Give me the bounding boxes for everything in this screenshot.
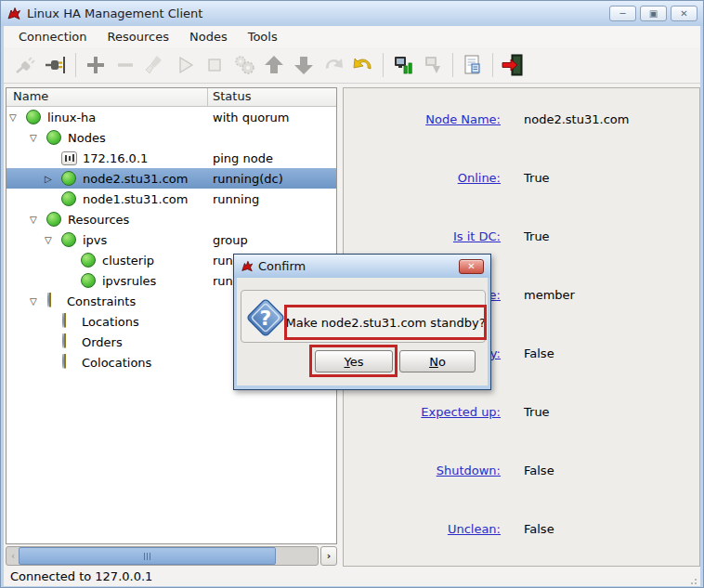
online-link[interactable]: Online: bbox=[344, 171, 501, 189]
scrollbar-track[interactable]: ‹ bbox=[6, 546, 319, 566]
tree-row-label: 172.16.0.1 bbox=[83, 151, 148, 165]
dialog-body: ? Make node2.stu31.com standby? Yes No bbox=[237, 278, 488, 385]
scroll-right-button[interactable]: › bbox=[320, 546, 337, 566]
expander-closed-icon[interactable] bbox=[45, 174, 61, 184]
close-button[interactable]: ✕ bbox=[671, 6, 697, 21]
online-value: True bbox=[524, 171, 550, 189]
activate-button bbox=[418, 51, 448, 79]
ping-node-icon bbox=[61, 151, 77, 165]
svg-text:?: ? bbox=[260, 307, 272, 330]
tree-row-status: ping node bbox=[208, 151, 273, 165]
dialog-close-button[interactable]: ✕ bbox=[459, 259, 484, 274]
tree-row-linux-ha[interactable]: linux-ha with quorum bbox=[7, 107, 336, 127]
stop-icon bbox=[202, 53, 227, 77]
move-down-button bbox=[289, 51, 319, 79]
scroll-left-arrow-icon[interactable]: ‹ bbox=[7, 547, 20, 565]
window-title: Linux HA Management Client bbox=[27, 7, 606, 20]
standby-icon bbox=[391, 53, 415, 77]
arrow-up-icon bbox=[262, 53, 286, 77]
scrollbar-grip-icon bbox=[144, 553, 150, 560]
tree-row-label: ipvsrules bbox=[102, 274, 156, 288]
toolbar-separator bbox=[75, 53, 76, 77]
tree-row-label: Orders bbox=[82, 335, 123, 349]
detail-field: Expected up:True bbox=[344, 405, 699, 424]
menu-connection[interactable]: Connection bbox=[11, 27, 95, 46]
maximize-button[interactable]: ▣ bbox=[640, 6, 667, 21]
toolbar-separator bbox=[452, 53, 453, 77]
statusbar: Connected to 127.0.0.1 bbox=[4, 568, 700, 586]
heartbeat-logo-icon bbox=[241, 260, 254, 273]
view-document-button[interactable] bbox=[458, 51, 488, 79]
green-status-icon bbox=[61, 171, 76, 186]
detail-field: Shutdown:False bbox=[344, 464, 699, 482]
green-status-icon bbox=[26, 110, 41, 124]
expander-open-icon[interactable] bbox=[30, 296, 46, 307]
lightbulb-icon bbox=[62, 313, 74, 330]
detail-field: Node Name:node2.stu31.com bbox=[344, 112, 699, 131]
expander-open-icon[interactable] bbox=[45, 235, 61, 245]
expander-open-icon[interactable] bbox=[30, 215, 46, 225]
no-button-label: No bbox=[429, 355, 446, 369]
tree-row-label: Colocations bbox=[82, 356, 151, 370]
type-value: member bbox=[524, 288, 575, 307]
titlebar[interactable]: Linux HA Management Client ─ ▣ ✕ bbox=[1, 1, 703, 26]
arrow-down-icon bbox=[292, 53, 316, 77]
connect-button[interactable] bbox=[41, 51, 71, 79]
standby-button[interactable] bbox=[388, 51, 418, 79]
dialog-titlebar[interactable]: Confirm ✕ bbox=[234, 255, 490, 278]
green-status-icon bbox=[46, 212, 61, 227]
minus-icon bbox=[113, 53, 137, 77]
resize-grip[interactable] bbox=[690, 576, 699, 585]
is-it-dc-value: True bbox=[524, 229, 550, 248]
menu-nodes[interactable]: Nodes bbox=[182, 27, 235, 46]
tree-row-resources[interactable]: Resources bbox=[7, 209, 336, 229]
tree-row-ipvs[interactable]: ipvs group bbox=[7, 229, 336, 250]
yes-button[interactable]: Yes bbox=[315, 350, 393, 372]
horizontal-scrollbar: ‹ › bbox=[6, 546, 337, 566]
add-button bbox=[81, 51, 111, 79]
menu-resources[interactable]: Resources bbox=[100, 27, 176, 46]
tree-row-label: Locations bbox=[82, 315, 139, 329]
expander-open-icon[interactable] bbox=[30, 133, 46, 143]
is-it-dc-link[interactable]: Is it DC: bbox=[344, 229, 501, 248]
tree-row-label: Constraints bbox=[67, 294, 136, 308]
no-button[interactable]: No bbox=[399, 350, 476, 372]
undo-icon bbox=[351, 53, 375, 77]
detail-field: Unclean:False bbox=[344, 522, 699, 541]
tree-row-status: running bbox=[208, 192, 259, 206]
tree-row-status: group bbox=[208, 233, 248, 247]
scrollbar-thumb[interactable] bbox=[19, 547, 276, 565]
remove-button bbox=[111, 51, 140, 79]
tree-header: Name Status bbox=[7, 88, 336, 107]
exit-button[interactable] bbox=[498, 51, 528, 79]
heartbeat-logo-icon bbox=[7, 7, 21, 21]
undo-button[interactable] bbox=[348, 51, 378, 79]
disconnect-icon bbox=[14, 53, 38, 77]
play-icon bbox=[173, 53, 197, 77]
tree-row-node1[interactable]: node1.stu31.com running bbox=[7, 189, 336, 209]
expander-open-icon[interactable] bbox=[9, 112, 26, 123]
expected-up-link[interactable]: Expected up: bbox=[344, 405, 501, 424]
tree-row-nodes[interactable]: Nodes bbox=[7, 127, 336, 148]
tree-row-ping-node[interactable]: 172.16.0.1 ping node bbox=[7, 148, 336, 168]
green-status-icon bbox=[81, 273, 96, 288]
brush-icon bbox=[143, 53, 167, 77]
unclean-link[interactable]: Unclean: bbox=[344, 522, 501, 541]
tree-row-label: Resources bbox=[68, 213, 129, 227]
tree-row-label: linux-ha bbox=[47, 111, 96, 124]
tree-row-status: running(dc) bbox=[208, 172, 283, 186]
tree-row-node2-selected[interactable]: node2.stu31.com running(dc) bbox=[7, 168, 336, 189]
shutdown-link[interactable]: Shutdown: bbox=[344, 464, 501, 482]
expected-up-value: True bbox=[524, 405, 550, 424]
stop-button bbox=[200, 51, 229, 79]
green-status-icon bbox=[81, 253, 96, 268]
dialog-title: Confirm bbox=[258, 259, 459, 273]
menu-tools[interactable]: Tools bbox=[241, 27, 285, 46]
column-header-status[interactable]: Status bbox=[208, 88, 251, 106]
tree-row-label: node2.stu31.com bbox=[83, 172, 188, 186]
plus-icon bbox=[84, 53, 108, 77]
node-name-link[interactable]: Node Name: bbox=[344, 112, 501, 131]
move-up-button bbox=[259, 51, 289, 79]
minimize-button[interactable]: ─ bbox=[609, 6, 636, 21]
column-header-name[interactable]: Name bbox=[7, 88, 208, 106]
